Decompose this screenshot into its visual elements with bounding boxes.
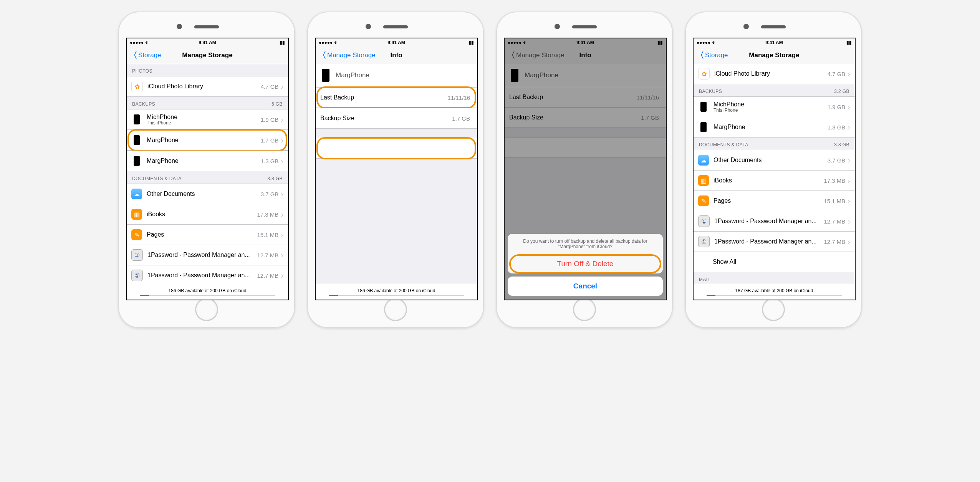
row-other-documents[interactable]: Other Documents3.7 GB› xyxy=(694,150,855,171)
page-title: Manage Storage xyxy=(694,51,855,59)
row-1password-b[interactable]: 1Password - Password Manager an...12.7 M… xyxy=(127,265,288,286)
row-1password-b[interactable]: 1Password - Password Manager an...12.7 M… xyxy=(694,232,855,252)
cloud-icon xyxy=(698,155,709,166)
chevron-right-icon: › xyxy=(281,251,283,259)
row-backup-michphone[interactable]: MichPhoneThis iPhone 1.9 GB› xyxy=(694,96,855,117)
page-title: Info xyxy=(316,51,477,59)
chevron-right-icon: › xyxy=(848,123,850,131)
onepassword-icon xyxy=(698,236,710,247)
phone-delete-confirm: ●●●●● ᯤ9:41 AM▮▮ Manage Storage Info Mar… xyxy=(496,12,673,328)
storage-footer: 186 GB available of 200 GB on iCloud xyxy=(316,284,477,300)
row-backup-michphone[interactable]: MichPhoneThis iPhone 1.9 GB› xyxy=(127,109,288,130)
chevron-right-icon: › xyxy=(848,177,850,184)
iphone-icon xyxy=(698,122,709,133)
chevron-right-icon: › xyxy=(281,210,283,218)
cloud-icon xyxy=(131,189,142,199)
section-header-docs: DOCUMENTS & DATA3.8 GB xyxy=(127,171,288,184)
chevron-right-icon: › xyxy=(281,157,283,165)
home-button[interactable] xyxy=(573,298,596,321)
row-other-documents[interactable]: Other Documents3.7 GB› xyxy=(127,184,288,204)
row-last-backup: Last Backup11/11/16 xyxy=(316,87,477,108)
page-title: Manage Storage xyxy=(127,51,288,59)
pages-icon xyxy=(698,195,709,206)
onepassword-icon xyxy=(698,215,710,227)
section-header-backups: BACKUPS5 GB xyxy=(127,97,288,109)
status-bar: ●●●●● ᯤ9:41 AM▮▮ xyxy=(694,38,855,47)
action-sheet: Do you want to turn off backup and delet… xyxy=(508,234,663,296)
chevron-right-icon: › xyxy=(281,116,283,123)
row-backup-margphone-2[interactable]: MargPhone 1.3 GB› xyxy=(127,151,288,171)
iphone-icon xyxy=(698,101,709,112)
turn-off-and-delete-button[interactable]: Turn Off & Delete xyxy=(508,254,663,273)
action-sheet-message: Do you want to turn off backup and delet… xyxy=(508,234,663,254)
nav-bar: Storage Manage Storage xyxy=(694,47,855,64)
ibooks-icon xyxy=(131,209,142,220)
row-backup-size: Backup Size1.7 GB xyxy=(316,108,477,129)
chevron-right-icon: › xyxy=(281,83,283,90)
storage-footer: 186 GB available of 200 GB on iCloud xyxy=(127,284,288,300)
row-ibooks[interactable]: iBooks17.3 MB› xyxy=(127,204,288,225)
chevron-right-icon: › xyxy=(848,103,850,111)
row-1password-a[interactable]: 1Password - Password Manager an...12.7 M… xyxy=(127,245,288,265)
row-backup-margphone[interactable]: MargPhone 1.3 GB› xyxy=(694,117,855,137)
iphone-icon xyxy=(131,156,142,166)
row-ibooks[interactable]: iBooks17.3 MB› xyxy=(694,171,855,191)
iphone-icon xyxy=(131,135,142,146)
delete-backup-button[interactable]: Delete Backup xyxy=(316,138,477,159)
onepassword-icon xyxy=(131,249,143,261)
home-button[interactable] xyxy=(384,298,407,321)
nav-bar: Storage Manage Storage xyxy=(127,47,288,64)
row-1password-a[interactable]: 1Password - Password Manager an...12.7 M… xyxy=(694,211,855,232)
photos-icon xyxy=(131,81,143,92)
status-time: 9:41 AM xyxy=(127,40,288,45)
row-backup-margphone-1[interactable]: MargPhone 1.7 GB› xyxy=(127,130,288,151)
chevron-right-icon: › xyxy=(848,238,850,245)
storage-footer: 187 GB available of 200 GB on iCloud xyxy=(694,284,855,300)
chevron-right-icon: › xyxy=(281,231,283,239)
chevron-right-icon: › xyxy=(281,190,283,198)
row-icloud-photo-library[interactable]: iCloud Photo Library 4.7 GB› xyxy=(127,76,288,97)
section-header-backups: BACKUPS3.2 GB xyxy=(694,84,855,96)
phone-backup-info: ●●●●● ᯤ9:41 AM▮▮ Manage Storage Info Mar… xyxy=(307,12,484,328)
cancel-button[interactable]: Cancel xyxy=(508,277,663,296)
device-header: MargPhone xyxy=(316,64,477,87)
section-header-mail: MAIL xyxy=(694,272,855,285)
photos-icon xyxy=(698,68,710,80)
onepassword-icon xyxy=(131,270,143,281)
iphone-icon xyxy=(131,114,142,125)
row-pages[interactable]: Pages15.1 MB› xyxy=(127,225,288,245)
pages-icon xyxy=(131,229,142,240)
row-pages[interactable]: Pages15.1 MB› xyxy=(694,191,855,211)
section-header-docs: DOCUMENTS & DATA3.8 GB xyxy=(694,137,855,150)
row-icloud-photo-library[interactable]: iCloud Photo Library 4.7 GB› xyxy=(694,64,855,84)
chevron-right-icon: › xyxy=(848,156,850,164)
status-bar: ●●●●● ᯤ 9:41 AM ▮▮ xyxy=(127,38,288,47)
status-bar: ●●●●● ᯤ9:41 AM▮▮ xyxy=(316,38,477,47)
battery-icon: ▮▮ xyxy=(280,40,285,45)
section-header-photos: PHOTOS xyxy=(127,64,288,76)
chevron-right-icon: › xyxy=(281,272,283,279)
iphone-icon xyxy=(320,70,331,81)
ibooks-icon xyxy=(698,175,709,186)
phone-manage-storage-1: ●●●●● ᯤ 9:41 AM ▮▮ Storage Manage Storag… xyxy=(118,12,295,328)
chevron-right-icon: › xyxy=(281,136,283,144)
chevron-right-icon: › xyxy=(848,70,850,78)
chevron-right-icon: › xyxy=(848,217,850,225)
show-all-button[interactable]: Show All xyxy=(694,252,855,272)
nav-bar: Manage Storage Info xyxy=(316,47,477,64)
home-button[interactable] xyxy=(195,298,218,321)
home-button[interactable] xyxy=(762,298,785,321)
chevron-right-icon: › xyxy=(848,197,850,205)
phone-manage-storage-2: ●●●●● ᯤ9:41 AM▮▮ Storage Manage Storage … xyxy=(685,12,862,328)
